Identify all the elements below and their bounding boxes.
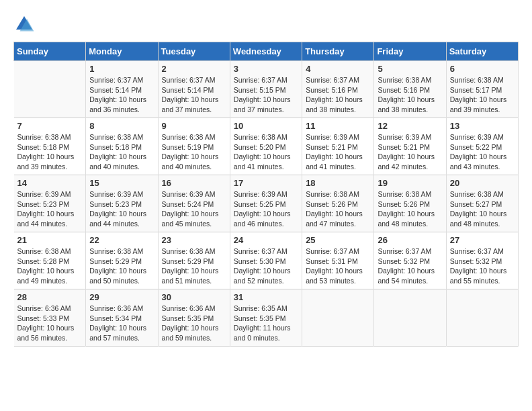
calendar-cell: 15Sunrise: 6:39 AM Sunset: 5:23 PM Dayli… — [86, 175, 158, 232]
calendar-cell: 13Sunrise: 6:39 AM Sunset: 5:22 PM Dayli… — [446, 118, 518, 175]
day-number: 17 — [234, 178, 298, 188]
day-number: 28 — [17, 292, 83, 302]
calendar-cell — [14, 61, 86, 118]
day-number: 4 — [306, 64, 370, 74]
calendar-cell: 7Sunrise: 6:38 AM Sunset: 5:18 PM Daylig… — [14, 118, 86, 175]
calendar-cell: 10Sunrise: 6:38 AM Sunset: 5:20 PM Dayli… — [230, 118, 302, 175]
header-saturday: Saturday — [446, 42, 518, 61]
calendar-cell: 19Sunrise: 6:38 AM Sunset: 5:26 PM Dayli… — [374, 175, 446, 232]
day-info: Sunrise: 6:38 AM Sunset: 5:26 PM Dayligh… — [378, 189, 442, 229]
calendar-cell: 23Sunrise: 6:38 AM Sunset: 5:29 PM Dayli… — [158, 232, 230, 289]
calendar-cell: 12Sunrise: 6:39 AM Sunset: 5:21 PM Dayli… — [374, 118, 446, 175]
calendar-cell: 6Sunrise: 6:38 AM Sunset: 5:17 PM Daylig… — [446, 61, 518, 118]
day-info: Sunrise: 6:37 AM Sunset: 5:16 PM Dayligh… — [306, 75, 370, 115]
day-number: 7 — [17, 121, 83, 131]
day-number: 19 — [378, 178, 442, 188]
day-info: Sunrise: 6:39 AM Sunset: 5:21 PM Dayligh… — [378, 132, 442, 172]
day-number: 14 — [17, 178, 83, 188]
calendar-cell: 26Sunrise: 6:37 AM Sunset: 5:32 PM Dayli… — [374, 232, 446, 289]
day-info: Sunrise: 6:39 AM Sunset: 5:25 PM Dayligh… — [234, 189, 298, 229]
calendar-cell — [374, 289, 446, 347]
day-info: Sunrise: 6:38 AM Sunset: 5:29 PM Dayligh… — [162, 246, 226, 286]
day-info: Sunrise: 6:38 AM Sunset: 5:19 PM Dayligh… — [162, 132, 226, 172]
calendar-cell: 3Sunrise: 6:37 AM Sunset: 5:15 PM Daylig… — [230, 61, 302, 118]
day-info: Sunrise: 6:38 AM Sunset: 5:29 PM Dayligh… — [89, 246, 154, 286]
week-row-2: 7Sunrise: 6:38 AM Sunset: 5:18 PM Daylig… — [14, 118, 519, 175]
logo-icon — [13, 13, 35, 35]
day-number: 25 — [306, 235, 370, 245]
day-number: 13 — [450, 121, 515, 131]
day-number: 24 — [234, 235, 298, 245]
day-info: Sunrise: 6:39 AM Sunset: 5:23 PM Dayligh… — [17, 189, 83, 229]
day-info: Sunrise: 6:37 AM Sunset: 5:14 PM Dayligh… — [89, 75, 154, 115]
day-number: 11 — [306, 121, 370, 131]
week-row-4: 21Sunrise: 6:38 AM Sunset: 5:28 PM Dayli… — [14, 232, 519, 289]
day-number: 16 — [162, 178, 226, 188]
header-friday: Friday — [374, 42, 446, 61]
calendar-cell: 21Sunrise: 6:38 AM Sunset: 5:28 PM Dayli… — [14, 232, 86, 289]
day-number: 22 — [89, 235, 154, 245]
calendar-cell: 14Sunrise: 6:39 AM Sunset: 5:23 PM Dayli… — [14, 175, 86, 232]
day-number: 8 — [89, 121, 154, 131]
day-number: 29 — [89, 292, 154, 302]
day-number: 18 — [306, 178, 370, 188]
day-number: 9 — [162, 121, 226, 131]
calendar-cell: 20Sunrise: 6:38 AM Sunset: 5:27 PM Dayli… — [446, 175, 518, 232]
day-info: Sunrise: 6:39 AM Sunset: 5:21 PM Dayligh… — [306, 132, 370, 172]
day-number: 31 — [234, 292, 298, 302]
calendar-cell: 16Sunrise: 6:39 AM Sunset: 5:24 PM Dayli… — [158, 175, 230, 232]
week-row-5: 28Sunrise: 6:36 AM Sunset: 5:33 PM Dayli… — [14, 289, 519, 347]
day-info: Sunrise: 6:37 AM Sunset: 5:31 PM Dayligh… — [306, 246, 370, 286]
day-number: 2 — [162, 64, 226, 74]
day-number: 21 — [17, 235, 83, 245]
day-info: Sunrise: 6:37 AM Sunset: 5:32 PM Dayligh… — [450, 246, 515, 286]
calendar-cell: 1Sunrise: 6:37 AM Sunset: 5:14 PM Daylig… — [86, 61, 158, 118]
week-row-3: 14Sunrise: 6:39 AM Sunset: 5:23 PM Dayli… — [14, 175, 519, 232]
calendar-cell: 18Sunrise: 6:38 AM Sunset: 5:26 PM Dayli… — [302, 175, 374, 232]
day-number: 23 — [162, 235, 226, 245]
day-number: 12 — [378, 121, 442, 131]
header-wednesday: Wednesday — [230, 42, 302, 61]
calendar-cell: 22Sunrise: 6:38 AM Sunset: 5:29 PM Dayli… — [86, 232, 158, 289]
calendar-cell: 17Sunrise: 6:39 AM Sunset: 5:25 PM Dayli… — [230, 175, 302, 232]
day-info: Sunrise: 6:36 AM Sunset: 5:33 PM Dayligh… — [17, 304, 83, 343]
day-number: 10 — [234, 121, 298, 131]
calendar-cell: 30Sunrise: 6:36 AM Sunset: 5:35 PM Dayli… — [158, 289, 230, 347]
calendar-cell: 24Sunrise: 6:37 AM Sunset: 5:30 PM Dayli… — [230, 232, 302, 289]
calendar-cell: 11Sunrise: 6:39 AM Sunset: 5:21 PM Dayli… — [302, 118, 374, 175]
day-info: Sunrise: 6:37 AM Sunset: 5:14 PM Dayligh… — [162, 75, 226, 115]
day-info: Sunrise: 6:38 AM Sunset: 5:26 PM Dayligh… — [306, 189, 370, 229]
day-number: 20 — [450, 178, 515, 188]
calendar-cell: 25Sunrise: 6:37 AM Sunset: 5:31 PM Dayli… — [302, 232, 374, 289]
day-number: 1 — [89, 64, 154, 74]
day-info: Sunrise: 6:38 AM Sunset: 5:20 PM Dayligh… — [234, 132, 298, 172]
calendar-cell: 28Sunrise: 6:36 AM Sunset: 5:33 PM Dayli… — [14, 289, 86, 347]
header-row: SundayMondayTuesdayWednesdayThursdayFrid… — [14, 42, 519, 61]
day-info: Sunrise: 6:36 AM Sunset: 5:35 PM Dayligh… — [162, 304, 226, 343]
week-row-1: 1Sunrise: 6:37 AM Sunset: 5:14 PM Daylig… — [14, 61, 519, 118]
calendar-cell: 5Sunrise: 6:38 AM Sunset: 5:16 PM Daylig… — [374, 61, 446, 118]
day-info: Sunrise: 6:38 AM Sunset: 5:16 PM Dayligh… — [378, 75, 442, 115]
calendar-cell: 4Sunrise: 6:37 AM Sunset: 5:16 PM Daylig… — [302, 61, 374, 118]
header-thursday: Thursday — [302, 42, 374, 61]
day-number: 15 — [89, 178, 154, 188]
logo — [13, 13, 38, 35]
day-info: Sunrise: 6:35 AM Sunset: 5:35 PM Dayligh… — [234, 304, 298, 343]
day-info: Sunrise: 6:38 AM Sunset: 5:17 PM Dayligh… — [450, 75, 515, 115]
calendar-cell: 8Sunrise: 6:38 AM Sunset: 5:18 PM Daylig… — [86, 118, 158, 175]
header-tuesday: Tuesday — [158, 42, 230, 61]
day-info: Sunrise: 6:37 AM Sunset: 5:32 PM Dayligh… — [378, 246, 442, 286]
day-number: 3 — [234, 64, 298, 74]
day-info: Sunrise: 6:39 AM Sunset: 5:22 PM Dayligh… — [450, 132, 515, 172]
header-monday: Monday — [86, 42, 158, 61]
calendar-cell: 31Sunrise: 6:35 AM Sunset: 5:35 PM Dayli… — [230, 289, 302, 347]
calendar-cell — [302, 289, 374, 347]
day-number: 5 — [378, 64, 442, 74]
day-number: 30 — [162, 292, 226, 302]
day-info: Sunrise: 6:39 AM Sunset: 5:23 PM Dayligh… — [89, 189, 154, 229]
day-number: 27 — [450, 235, 515, 245]
page-header — [13, 13, 519, 35]
day-number: 26 — [378, 235, 442, 245]
calendar-cell: 29Sunrise: 6:36 AM Sunset: 5:34 PM Dayli… — [86, 289, 158, 347]
day-info: Sunrise: 6:37 AM Sunset: 5:30 PM Dayligh… — [234, 246, 298, 286]
